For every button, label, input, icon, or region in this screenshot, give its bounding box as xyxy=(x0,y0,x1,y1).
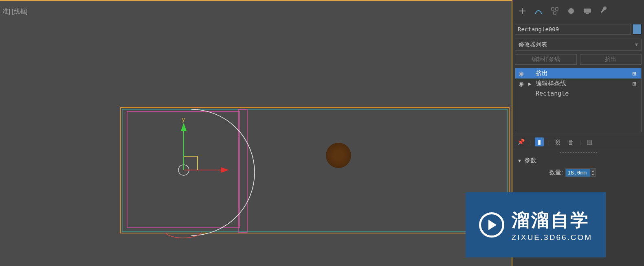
svg-text:y: y xyxy=(182,116,185,122)
expand-icon[interactable]: ▸ xyxy=(528,80,532,87)
watermark-title: 溜溜自学 xyxy=(512,208,590,232)
rollout-header[interactable]: ▼ 参数 xyxy=(512,154,644,167)
amount-input[interactable] xyxy=(566,169,590,177)
collapse-icon: ▼ xyxy=(517,158,522,163)
stack-item-extrude[interactable]: ◉ 挤出 ⊞ xyxy=(515,68,641,78)
amount-spinner[interactable]: ▲▼ xyxy=(565,168,596,177)
motion-tab-icon[interactable] xyxy=(565,5,577,17)
svg-rect-17 xyxy=(554,12,556,14)
object-name-row xyxy=(512,22,644,36)
modify-tab-icon[interactable] xyxy=(533,5,544,17)
edit-spline-button[interactable]: 编辑样条线 xyxy=(515,54,577,65)
display-tab-icon[interactable] xyxy=(582,5,593,17)
stack-item-edit-spline[interactable]: ◉ ▸ 编辑样条线 ⊞ xyxy=(515,78,641,89)
visibility-icon[interactable]: ◉ xyxy=(518,70,524,77)
hierarchy-tab-icon[interactable] xyxy=(549,5,560,17)
svg-marker-6 xyxy=(181,123,187,131)
spinner-arrows[interactable]: ▲▼ xyxy=(590,169,596,177)
rollout-grip-icon[interactable] xyxy=(512,151,644,154)
svg-rect-15 xyxy=(552,8,554,10)
panel-tabs xyxy=(512,0,644,22)
stack-end-icon: ⊞ xyxy=(632,71,639,76)
stack-item-rectangle[interactable]: Rectangle xyxy=(515,89,641,98)
modifier-stack[interactable]: ◉ 挤出 ⊞ ◉ ▸ 编辑样条线 ⊞ Rectangle xyxy=(515,68,642,132)
delete-modifier-icon[interactable]: 🗑 xyxy=(567,137,576,146)
show-end-result-icon[interactable]: ▮ xyxy=(535,137,544,146)
utilities-tab-icon[interactable] xyxy=(598,5,609,17)
create-tab-icon[interactable] xyxy=(517,5,528,17)
make-unique-icon[interactable]: ⛓ xyxy=(554,137,563,146)
svg-rect-19 xyxy=(584,9,591,13)
play-icon xyxy=(479,212,504,238)
amount-label: 数量: xyxy=(549,169,563,177)
object-name-input[interactable] xyxy=(515,24,631,35)
object-color-swatch[interactable] xyxy=(633,24,642,35)
svg-rect-20 xyxy=(586,13,589,14)
stack-toolbar: 📌 | ▮ | ⛓ 🗑 | ▤ xyxy=(512,135,644,149)
modifier-list-dropdown[interactable]: 修改器列表 xyxy=(515,39,642,51)
extrude-button[interactable]: 挤出 xyxy=(580,54,642,65)
watermark: 溜溜自学 ZIXUE.3D66.COM xyxy=(466,192,606,257)
svg-rect-0 xyxy=(121,107,509,233)
watermark-subtitle: ZIXUE.3D66.COM xyxy=(512,233,592,242)
pin-icon[interactable]: 📌 xyxy=(517,137,525,146)
configure-sets-icon[interactable]: ▤ xyxy=(585,137,594,146)
svg-rect-1 xyxy=(122,109,508,231)
rollout-title: 参数 xyxy=(524,157,536,164)
svg-rect-16 xyxy=(556,8,558,10)
svg-marker-9 xyxy=(221,167,229,173)
amount-param-row: 数量: ▲▼ xyxy=(512,167,644,179)
svg-point-18 xyxy=(568,8,574,14)
click-highlight xyxy=(326,143,351,168)
visibility-icon[interactable]: ◉ xyxy=(518,80,524,87)
modifier-buttons: 编辑样条线 挤出 xyxy=(512,53,644,65)
stack-end-icon: ⊞ xyxy=(632,81,639,87)
viewport[interactable]: 准] [线框] y xyxy=(0,0,512,266)
viewport-graphics: y xyxy=(0,1,512,266)
